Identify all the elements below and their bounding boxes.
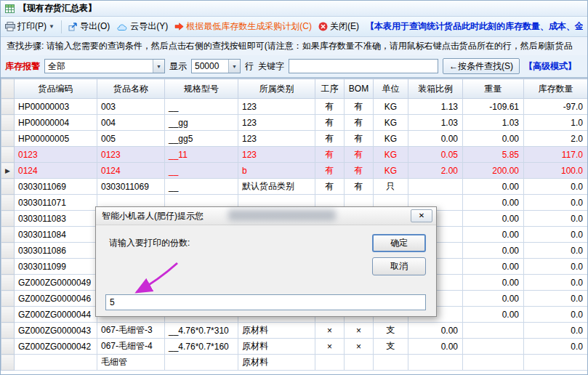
column-header[interactable]: 工序	[315, 79, 345, 99]
cell-process[interactable]: 有	[315, 147, 345, 163]
cell-category[interactable]: 123	[238, 99, 315, 115]
cell-code[interactable]: 0303011086	[15, 243, 97, 259]
row-selector[interactable]	[1, 243, 15, 259]
cell-ratio[interactable]: 0.00	[408, 323, 463, 339]
keyword-input[interactable]	[289, 59, 438, 73]
cell-name[interactable]: 005	[97, 131, 165, 147]
cell-name[interactable]: 0123	[97, 147, 165, 163]
row-selector[interactable]	[1, 131, 15, 147]
table-row[interactable]: GZ000ZG0000042067-毛细管-4__4.76*0.7*160原材料…	[1, 339, 588, 355]
cell-bom[interactable]: ×	[345, 323, 374, 339]
cell-bom[interactable]: 有	[345, 131, 374, 147]
cell-code[interactable]: GZ000ZG0000043	[15, 323, 97, 339]
cell-bom[interactable]: 有	[345, 147, 374, 163]
column-header[interactable]: 库存数量	[524, 79, 588, 99]
cell-qty[interactable]: 0.0	[524, 307, 588, 323]
cell-unit[interactable]: KG	[374, 99, 408, 115]
cell-unit[interactable]: KG	[374, 163, 408, 179]
close-button[interactable]: 关闭(E)	[318, 20, 359, 33]
stock-alarm-select[interactable]: 全部 ▼	[44, 59, 165, 73]
cell-qty[interactable]: 0.0	[524, 291, 588, 307]
cell-process[interactable]	[315, 355, 345, 371]
cell-name[interactable]: 003	[97, 99, 165, 115]
row-selector[interactable]	[1, 211, 15, 227]
cell-bom[interactable]: 有	[345, 99, 374, 115]
row-selector[interactable]	[1, 195, 15, 211]
cell-ratio[interactable]: 0.05	[408, 147, 463, 163]
cell-qty[interactable]: 2.0	[524, 131, 588, 147]
cell-name[interactable]: 毛细管	[97, 355, 165, 371]
cell-qty[interactable]: 117.0	[524, 147, 588, 163]
cell-ratio[interactable]: 0.00	[408, 339, 463, 355]
search-button[interactable]: ←按条件查找(S)	[443, 58, 520, 74]
cell-process[interactable]: 有	[315, 131, 345, 147]
cell-weight[interactable]	[463, 339, 524, 355]
cell-bom[interactable]: 有	[345, 179, 374, 195]
table-row[interactable]: HP00000003003__123有有KG1.13-109.61-97.0	[1, 99, 588, 115]
cell-unit[interactable]: 支	[374, 323, 408, 339]
cell-unit[interactable]: KG	[374, 115, 408, 131]
dialog-title-bar[interactable]: 智能小机器人(肥仔)提示您 ✕	[96, 207, 436, 225]
cell-unit[interactable]: KG	[374, 147, 408, 163]
table-row[interactable]: 01230123__11123有有KG0.055.85117.0	[1, 147, 588, 163]
cell-weight[interactable]: 0.00	[463, 131, 524, 147]
cell-process[interactable]: 有	[315, 99, 345, 115]
cell-name[interactable]: 0124	[97, 163, 165, 179]
cell-code[interactable]: HP00000005	[15, 131, 97, 147]
cell-spec[interactable]	[165, 355, 238, 371]
cell-qty[interactable]: 0.0	[524, 179, 588, 195]
cell-spec[interactable]: __4.76*0.7*310	[165, 323, 238, 339]
print-button[interactable]: 打印(P) ▼	[5, 20, 55, 33]
cell-spec[interactable]: __gg5	[165, 131, 238, 147]
cell-spec[interactable]: __	[165, 179, 238, 195]
table-row[interactable]: GZ000ZG0000043067-毛细管-3__4.76*0.7*310原材料…	[1, 323, 588, 339]
column-header[interactable]: 货品名称	[97, 79, 165, 99]
cell-process[interactable]: ×	[315, 339, 345, 355]
cell-weight[interactable]: 0.00	[463, 211, 524, 227]
cell-category[interactable]: b	[238, 163, 315, 179]
cell-weight[interactable]: 1.03	[463, 115, 524, 131]
cell-code[interactable]: 0123	[15, 147, 97, 163]
cell-weight[interactable]: 0.00	[463, 227, 524, 243]
cell-code[interactable]: 0303011084	[15, 227, 97, 243]
cell-code[interactable]: GZ000ZG0000044	[15, 307, 97, 323]
chevron-down-icon[interactable]: ▼	[228, 60, 240, 73]
cell-qty[interactable]: 0.0	[524, 227, 588, 243]
cell-weight[interactable]: 0.00	[463, 291, 524, 307]
cell-qty[interactable]: 0.0	[524, 243, 588, 259]
column-header[interactable]: 所属类别	[238, 79, 315, 99]
table-row[interactable]: HP00000005005__gg5123有有KG0.000.002.0	[1, 131, 588, 147]
cell-spec[interactable]: __4.76*0.7*160	[165, 339, 238, 355]
cell-bom[interactable]: ×	[345, 339, 374, 355]
cell-qty[interactable]	[524, 355, 588, 371]
cell-weight[interactable]: 200.00	[463, 163, 524, 179]
chevron-down-icon[interactable]: ▼	[49, 23, 55, 30]
cell-code[interactable]: 0303011099	[15, 259, 97, 275]
row-selector[interactable]	[1, 355, 15, 371]
column-header[interactable]: BOM	[345, 79, 374, 99]
row-selector[interactable]	[1, 291, 15, 307]
cloud-export-button[interactable]: 云导出(Y)	[116, 20, 168, 33]
ok-button[interactable]: 确定	[372, 234, 426, 252]
cell-weight[interactable]: 0.00	[463, 275, 524, 291]
cell-code[interactable]: 0303011083	[15, 211, 97, 227]
cell-qty[interactable]: 0.0	[524, 339, 588, 355]
cell-process[interactable]: 有	[315, 163, 345, 179]
cell-name[interactable]: 067-毛细管-4	[97, 339, 165, 355]
cell-category[interactable]: 原材料	[238, 339, 315, 355]
row-selector[interactable]	[1, 307, 15, 323]
table-row[interactable]: HP00000004004__gg123有有KG1.031.031.0	[1, 115, 588, 131]
cell-unit[interactable]: 只	[374, 179, 408, 195]
table-row[interactable]: ▶01240124__b有有KG2.00200.00100.0	[1, 163, 588, 179]
row-selector[interactable]	[1, 115, 15, 131]
row-selector[interactable]	[1, 179, 15, 195]
cell-weight[interactable]: 0.00	[463, 195, 524, 211]
cell-qty[interactable]: 0.0	[524, 211, 588, 227]
cell-unit[interactable]: KG	[374, 131, 408, 147]
chevron-down-icon[interactable]: ▼	[153, 60, 164, 73]
cell-weight[interactable]: 0.00	[463, 307, 524, 323]
cell-code[interactable]: 0303011071	[15, 195, 97, 211]
cell-qty[interactable]: 0.0	[524, 323, 588, 339]
cell-ratio[interactable]	[408, 179, 463, 195]
column-header[interactable]: 规格型号	[165, 79, 238, 99]
